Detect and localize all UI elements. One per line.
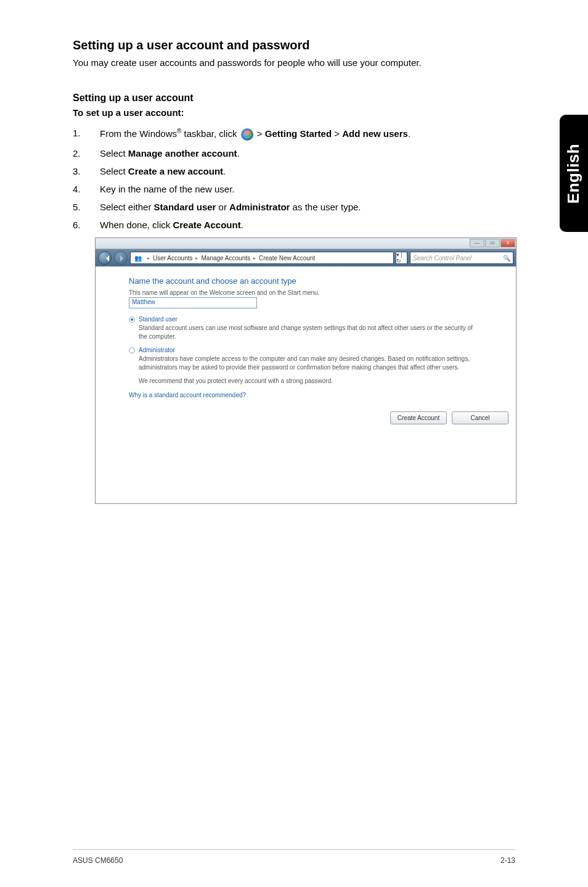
step1-gt2: > — [332, 128, 342, 139]
chevron-icon: ▸ — [253, 255, 256, 261]
refresh-button[interactable]: ▾ | ↻ — [396, 252, 407, 264]
standard-user-radio[interactable] — [129, 316, 135, 323]
breadcrumb-icon: 👥 — [134, 255, 142, 262]
step1-text-b: taskbar, click — [181, 128, 239, 139]
subsection-heading: Setting up a user account — [73, 93, 515, 104]
step-5: 5. Select either Standard user or Admini… — [73, 202, 515, 212]
step1-dot: . — [408, 128, 410, 139]
start-icon — [241, 128, 253, 141]
dialog-body: Name the account and choose an account t… — [96, 266, 516, 405]
back-button[interactable] — [98, 251, 112, 265]
step6-a: When done, click — [100, 220, 173, 230]
step1-text-a: From the Windows — [100, 128, 177, 139]
administrator-radio-label: Administrator — [139, 347, 175, 353]
search-placeholder: Search Control Panel — [413, 255, 472, 262]
administrator-radio-row[interactable]: Administrator — [129, 347, 483, 353]
chevron-icon: ▸ — [195, 255, 198, 261]
administrator-description: Administrators have complete access to t… — [139, 355, 483, 371]
administrator-radio[interactable] — [129, 347, 135, 353]
add-new-users-label: Add new users — [342, 128, 408, 139]
steps-list: 1. From the Windows® taskbar, click > Ge… — [73, 128, 515, 230]
step2-a: Select — [100, 148, 128, 159]
step5-e: as the user type. — [290, 202, 361, 212]
step-4: 4. Key in the name of the new user. — [73, 184, 515, 194]
step3-c: . — [223, 166, 226, 176]
breadcrumb-2[interactable]: Manage Accounts — [201, 255, 250, 262]
step-2: 2. Select Manage another account. — [73, 148, 515, 159]
window-titlebar: — ▭ X — [96, 238, 516, 249]
language-label: English — [565, 143, 584, 203]
search-icon: 🔍 — [503, 255, 510, 262]
footer-page-number: 2-13 — [500, 856, 515, 865]
minimize-button[interactable]: — — [470, 239, 484, 247]
page-content: Setting up a user account and password Y… — [0, 0, 588, 504]
create-account-window: — ▭ X 👥 ▸ User Accounts ▸ Manage Account… — [95, 237, 517, 504]
chevron-icon: ▸ — [147, 255, 150, 261]
step3-a: Select — [100, 166, 128, 176]
standard-user-label: Standard user — [154, 202, 216, 212]
section-heading: Setting up a user account and password — [73, 38, 515, 52]
create-new-account-label: Create a new account — [128, 166, 223, 176]
address-bar[interactable]: 👥 ▸ User Accounts ▸ Manage Accounts ▸ Cr… — [130, 252, 394, 264]
dialog-spacer — [96, 431, 516, 503]
administrator-label: Administrator — [229, 202, 290, 212]
cancel-button[interactable]: Cancel — [452, 411, 508, 424]
page-footer: ASUS CM6650 2-13 — [73, 849, 515, 865]
getting-started-label: Getting Started — [265, 128, 332, 139]
step6-c: . — [241, 220, 243, 230]
standard-user-radio-label: Standard user — [139, 316, 178, 323]
create-account-button[interactable]: Create Account — [390, 411, 447, 424]
step4-text: Key in the name of the new user. — [100, 184, 234, 194]
dialog-screenshot: — ▭ X 👥 ▸ User Accounts ▸ Manage Account… — [73, 237, 515, 504]
create-account-label: Create Account — [173, 220, 240, 230]
language-tab: English — [560, 115, 588, 232]
account-name-input[interactable]: Matthew — [129, 297, 257, 308]
step2-c: . — [237, 148, 240, 159]
why-standard-link[interactable]: Why is a standard account recommended? — [129, 392, 483, 398]
dialog-heading: Name the account and choose an account t… — [129, 276, 483, 286]
search-input[interactable]: Search Control Panel 🔍 — [410, 252, 513, 264]
standard-user-radio-row[interactable]: Standard user — [129, 316, 483, 323]
step5-a: Select either — [100, 202, 154, 212]
window-buttons: — ▭ X — [470, 238, 515, 249]
step1-gt1: > — [255, 128, 265, 139]
standard-user-description: Standard account users can use most soft… — [139, 324, 483, 340]
step5-c: or — [216, 202, 229, 212]
footer-product: ASUS CM6650 — [73, 856, 123, 865]
forward-button[interactable] — [114, 251, 128, 265]
step-1: 1. From the Windows® taskbar, click > Ge… — [73, 128, 515, 141]
breadcrumb-1[interactable]: User Accounts — [153, 255, 192, 262]
navigation-row: 👥 ▸ User Accounts ▸ Manage Accounts ▸ Cr… — [96, 249, 516, 266]
step-6: 6. When done, click Create Account. — [73, 220, 515, 230]
dialog-instruction: This name will appear on the Welcome scr… — [129, 289, 483, 296]
manage-another-account-label: Manage another account — [128, 148, 237, 159]
recommendation-text: We recommend that you protect every acco… — [139, 377, 483, 384]
maximize-button[interactable]: ▭ — [485, 239, 500, 247]
procedure-title: To set up a user account: — [73, 107, 515, 118]
intro-text: You may create user accounts and passwor… — [73, 57, 515, 68]
breadcrumb-3[interactable]: Create New Account — [259, 255, 315, 262]
close-button[interactable]: X — [500, 239, 515, 247]
step-3: 3. Select Create a new account. — [73, 166, 515, 176]
dialog-button-row: Create Account Cancel — [96, 405, 516, 431]
